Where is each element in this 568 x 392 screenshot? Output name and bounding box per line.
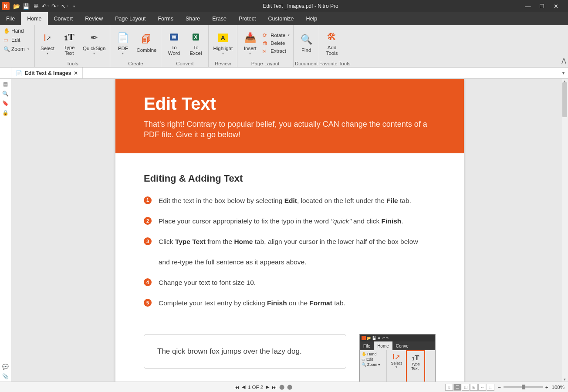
print-icon[interactable]: 🖶 <box>31 2 40 10</box>
next-page-icon[interactable]: ▶ <box>266 384 269 390</box>
zoom-slider-thumb[interactable] <box>522 385 525 389</box>
rotate-icon: ⟳ <box>263 32 269 38</box>
tab-share[interactable]: Share <box>179 12 206 25</box>
group-convert-label: Convert <box>161 61 208 67</box>
ms-type-text-button: ₁T Type Text <box>406 350 425 382</box>
hand-icon: ✋ <box>3 28 10 34</box>
tab-forms[interactable]: Forms <box>152 12 179 25</box>
prev-page-icon[interactable]: ◀ <box>242 384 245 390</box>
tab-home[interactable]: Home <box>21 12 47 25</box>
group-create: 📄 PDF ▾ 🗐 Combine Create <box>110 25 161 67</box>
last-page-icon[interactable]: ⏭ <box>272 385 277 390</box>
mini-screenshot: 📂 💾 🖶 ↶ ↷ File Home Conve ✋Hand ▭Edit 🔍 <box>359 334 436 382</box>
zoom-level[interactable]: 100% <box>552 385 565 390</box>
insert-icon: 📥 <box>243 31 257 45</box>
to-excel-label: To Excel <box>189 45 202 56</box>
tab-erase[interactable]: Erase <box>206 12 233 25</box>
tabs-dropdown-icon[interactable]: ▾ <box>559 68 568 78</box>
hero-title: Edit Text <box>144 94 436 114</box>
vertical-scrollbar[interactable]: ▴ ▾ <box>561 79 568 382</box>
view-width-icon[interactable]: ↔ <box>478 384 486 391</box>
save-icon[interactable]: 💾 <box>22 2 30 10</box>
zoom-in-icon[interactable]: + <box>545 385 548 390</box>
ms-logo-icon <box>362 336 366 340</box>
pages-panel-icon[interactable]: ▤ <box>2 81 9 88</box>
to-word-button[interactable]: W To Word <box>164 29 184 57</box>
tab-customize[interactable]: Customize <box>262 12 300 25</box>
window-controls: — ☐ ✕ <box>523 3 566 10</box>
ms-zoom-label: 🔍Zoom ▾ <box>362 362 385 367</box>
group-page-layout: 📥 Insert ▾ ⟳Rotate▾ 🗑Delete ⎘Extract Pag… <box>237 25 294 67</box>
group-review: A Highlight ▾ Review <box>209 25 237 67</box>
find-button[interactable]: 🔍 Find <box>296 32 316 54</box>
view-facing-cont-icon[interactable]: ⊞ <box>470 384 478 391</box>
step-bullet: 3 <box>144 237 152 245</box>
edit-tool[interactable]: ▭Edit <box>2 36 33 44</box>
open-icon[interactable]: 📂 <box>12 2 21 10</box>
pdf-button[interactable]: 📄 PDF ▾ <box>113 30 133 56</box>
zoom-out-icon[interactable]: − <box>498 385 501 390</box>
doc-tab-close-icon[interactable]: ✕ <box>74 70 78 76</box>
zoom-slider-track[interactable] <box>504 386 543 388</box>
view-single-icon[interactable]: ▯ <box>445 384 453 391</box>
select-button[interactable]: I➚ Select ▾ <box>37 30 57 56</box>
step-text: Place your cursor appropriately to fix t… <box>159 216 403 226</box>
redo-icon[interactable]: ↷▾ <box>51 2 59 10</box>
scroll-down-icon[interactable]: ▾ <box>561 377 568 382</box>
search-panel-icon[interactable]: 🔍 <box>2 90 9 97</box>
highlight-button[interactable]: A Highlight ▾ <box>211 30 234 56</box>
extract-button[interactable]: ⎘Extract <box>262 47 291 54</box>
nav-back-icon[interactable]: ⬤ <box>279 384 284 390</box>
scrollbar-thumb[interactable] <box>562 82 567 117</box>
hero-banner: Edit Text That's right! Contrary to popu… <box>115 79 464 153</box>
delete-button[interactable]: 🗑Delete <box>262 40 291 47</box>
undo-icon[interactable]: ↶▾ <box>41 2 50 10</box>
to-word-label: To Word <box>168 45 180 56</box>
qat-more-icon[interactable]: ▾ <box>70 2 78 10</box>
tab-page-layout[interactable]: Page Layout <box>109 12 152 25</box>
security-panel-icon[interactable]: 🔒 <box>2 109 9 116</box>
attachments-panel-icon[interactable]: 📎 <box>2 373 9 380</box>
to-excel-button[interactable]: X To Excel <box>186 29 206 57</box>
tab-review[interactable]: Review <box>79 12 109 25</box>
tab-convert[interactable]: Convert <box>48 12 79 25</box>
group-create-label: Create <box>110 61 161 67</box>
hand-tool[interactable]: ✋Hand <box>2 27 33 35</box>
type-text-button[interactable]: ₁T Type Text <box>59 29 79 57</box>
tab-file[interactable]: File <box>0 12 21 25</box>
ribbon-collapse-icon[interactable]: ᐱ <box>559 25 568 67</box>
sample-text-box[interactable]: The qick brown fox jumps over the lazy d… <box>144 334 346 369</box>
ms-open-icon: 📂 💾 🖶 ↶ ↷ <box>367 336 389 340</box>
add-tools-icon: 🛠 <box>325 30 339 44</box>
zoom-tool[interactable]: 🔍Zoom▾ <box>2 45 33 53</box>
add-tools-button[interactable]: 🛠 Add Tools <box>322 29 342 57</box>
cursor-icon[interactable]: ↖▾ <box>60 2 69 10</box>
highlight-label: Highlight <box>213 46 233 51</box>
menu-tabs: File Home Convert Review Page Layout For… <box>0 12 568 25</box>
insert-button[interactable]: 📥 Insert ▾ <box>240 30 260 56</box>
step-text: Change your text to font size 10. <box>159 277 256 287</box>
document-viewport[interactable]: Edit Text That's right! Contrary to popu… <box>11 79 568 382</box>
comments-panel-icon[interactable]: 💬 <box>2 363 9 370</box>
bookmarks-panel-icon[interactable]: 🔖 <box>2 100 9 107</box>
delete-icon: 🗑 <box>263 40 269 46</box>
step-text: Complete your text entry by clicking Fin… <box>159 298 345 308</box>
delete-label: Delete <box>270 41 285 46</box>
ms-tab-file: File <box>360 341 374 350</box>
view-continuous-icon[interactable]: ☰ <box>453 384 461 391</box>
combine-button[interactable]: 🗐 Combine <box>135 32 158 54</box>
view-page-icon[interactable]: ⬚ <box>487 384 494 391</box>
minimize-button[interactable]: — <box>523 3 533 10</box>
quicksign-button[interactable]: ✒ QuickSign ▾ <box>81 30 107 56</box>
nav-forward-icon[interactable]: ⬤ <box>287 384 292 390</box>
tab-protect[interactable]: Protect <box>233 12 262 25</box>
view-facing-icon[interactable]: ◫ <box>462 384 470 391</box>
maximize-button[interactable]: ☐ <box>537 3 547 10</box>
rotate-button[interactable]: ⟳Rotate▾ <box>262 32 291 39</box>
close-button[interactable]: ✕ <box>551 3 561 10</box>
first-page-icon[interactable]: ⏮ <box>234 385 239 390</box>
pdf-icon: 📄 <box>116 31 130 45</box>
document-tab[interactable]: 📄 Edit Text & Images ✕ <box>11 68 83 78</box>
tab-help[interactable]: Help <box>300 12 324 25</box>
add-tools-label: Add Tools <box>326 45 338 56</box>
